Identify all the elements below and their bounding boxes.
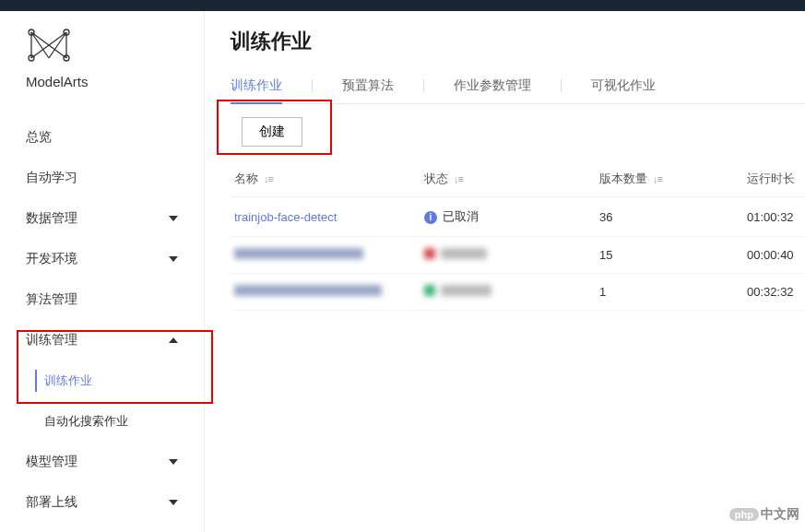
job-name-link[interactable]: trainjob-face-detect <box>231 210 424 224</box>
job-duration: 01:00:32 <box>747 210 805 224</box>
sidebar-item-overview[interactable]: 总览 <box>0 117 204 158</box>
job-name-link[interactable] <box>231 285 424 299</box>
table-row[interactable]: 1 00:32:32 <box>231 274 805 311</box>
job-duration: 00:00:40 <box>747 248 805 262</box>
col-label: 名称 <box>234 171 258 185</box>
info-icon: i <box>424 211 437 224</box>
tab-job-params[interactable]: 作业参数管理 <box>454 77 531 103</box>
job-status <box>424 248 599 262</box>
tab-label: 训练作业 <box>231 77 282 92</box>
col-label: 状态 <box>424 171 448 185</box>
tab-label: 预置算法 <box>342 77 394 92</box>
sidebar-label: 数据管理 <box>26 210 77 227</box>
tab-visualization[interactable]: 可视化作业 <box>591 77 656 103</box>
job-versions: 1 <box>599 285 747 299</box>
watermark: php 中文网 <box>729 506 799 523</box>
tab-preset-algo[interactable]: 预置算法 <box>342 77 394 103</box>
sidebar-sub-automl-search[interactable]: 自动化搜索作业 <box>0 401 204 442</box>
sidebar-sub-train-jobs[interactable]: 训练作业 <box>0 361 204 401</box>
sidebar-item-automl[interactable]: 自动学习 <box>0 158 204 198</box>
sort-icon: ↓≡ <box>454 173 463 184</box>
col-header-versions[interactable]: 版本数量↓≡ <box>599 171 747 187</box>
tab-label: 作业参数管理 <box>454 77 531 92</box>
sidebar: ModelArts 总览 自动学习 数据管理 开发环境 算法管理 训练管理 训练… <box>0 11 205 532</box>
brand-name: ModelArts <box>26 74 178 89</box>
col-header-duration[interactable]: 运行时长 <box>747 171 805 187</box>
modelarts-logo-icon <box>26 27 72 64</box>
top-bar <box>0 0 805 11</box>
tab-separator <box>561 79 562 92</box>
sidebar-item-data-mgmt[interactable]: 数据管理 <box>0 198 204 239</box>
job-name-link[interactable] <box>231 248 424 262</box>
tab-train-jobs[interactable]: 训练作业 <box>231 77 282 103</box>
create-button[interactable]: 创建 <box>242 117 302 147</box>
chevron-down-icon <box>169 216 178 221</box>
sidebar-nav: 总览 自动学习 数据管理 开发环境 算法管理 训练管理 训练作业 自动化搜索作业… <box>0 117 204 523</box>
chevron-down-icon <box>169 459 178 465</box>
sidebar-label: 自动学习 <box>26 170 77 186</box>
sidebar-label: 算法管理 <box>26 291 77 308</box>
tabs: 训练作业 预置算法 作业参数管理 可视化作业 <box>231 77 805 104</box>
svg-line-8 <box>31 32 49 58</box>
sidebar-label: 总览 <box>26 129 52 146</box>
sidebar-label: 模型管理 <box>26 454 77 470</box>
col-label: 运行时长 <box>747 171 795 185</box>
col-header-name[interactable]: 名称↓≡ <box>231 171 424 187</box>
sidebar-item-dev-env[interactable]: 开发环境 <box>0 239 204 279</box>
watermark-text: 中文网 <box>761 506 799 523</box>
main-content: 训练作业 训练作业 预置算法 作业参数管理 可视化作业 创建 名称↓≡ 状态↓≡… <box>205 11 805 532</box>
sidebar-item-train-mgmt[interactable]: 训练管理 <box>0 320 204 361</box>
col-header-status[interactable]: 状态↓≡ <box>424 171 599 187</box>
sidebar-label: 训练作业 <box>44 372 92 389</box>
job-status <box>424 285 599 299</box>
logo-block: ModelArts <box>0 27 204 108</box>
sort-icon: ↓≡ <box>653 173 662 184</box>
sort-icon: ↓≡ <box>264 173 273 184</box>
sidebar-label: 训练管理 <box>26 332 77 349</box>
sidebar-item-deploy[interactable]: 部署上线 <box>0 482 204 523</box>
table-row[interactable]: 15 00:00:40 <box>231 237 805 274</box>
status-text: 已取消 <box>443 209 479 223</box>
page-title: 训练作业 <box>231 28 805 55</box>
chevron-down-icon <box>169 256 178 262</box>
sidebar-item-model-mgmt[interactable]: 模型管理 <box>0 442 204 482</box>
sidebar-label: 开发环境 <box>26 251 77 267</box>
job-duration: 00:32:32 <box>747 285 805 299</box>
chevron-up-icon <box>169 337 178 343</box>
sidebar-label: 自动化搜索作业 <box>44 413 128 430</box>
svg-line-9 <box>49 32 66 58</box>
tab-separator <box>423 79 424 92</box>
job-versions: 15 <box>599 248 747 262</box>
watermark-badge: php <box>729 508 759 521</box>
table-header: 名称↓≡ 状态↓≡ 版本数量↓≡ 运行时长 <box>231 161 805 197</box>
sidebar-item-algo-mgmt[interactable]: 算法管理 <box>0 279 204 320</box>
sidebar-label: 部署上线 <box>26 494 77 511</box>
tab-separator <box>312 79 313 92</box>
chevron-down-icon <box>169 500 178 505</box>
col-label: 版本数量 <box>599 171 647 185</box>
table-row[interactable]: trainjob-face-detect i已取消 36 01:00:32 <box>231 197 805 237</box>
job-versions: 36 <box>599 210 747 224</box>
job-status: i已取消 <box>424 208 599 225</box>
tab-label: 可视化作业 <box>591 77 656 92</box>
